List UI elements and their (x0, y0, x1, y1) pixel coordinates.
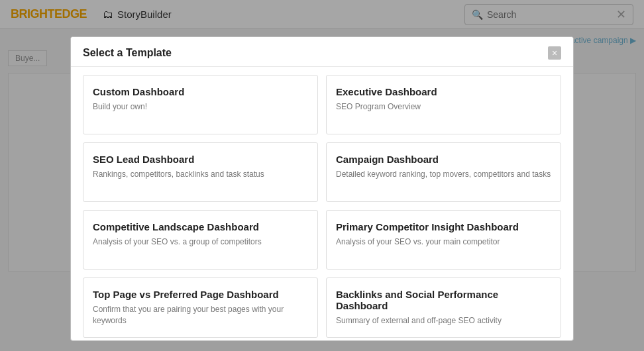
template-card-title: Executive Dashboard (336, 86, 551, 97)
modal-header: Select a Template × (71, 37, 573, 67)
template-card[interactable]: SEO Lead DashboardRankings, competitors,… (83, 142, 318, 202)
template-card-description: Detailed keyword ranking, top movers, co… (336, 169, 551, 180)
modal-close-button[interactable]: × (548, 46, 561, 60)
template-card-title: Backlinks and Social Performance Dashboa… (336, 289, 551, 311)
template-card-description: Confirm that you are pairing your best p… (93, 304, 308, 326)
template-grid: Custom DashboardBuild your own!Executive… (83, 75, 561, 338)
template-card[interactable]: Backlinks and Social Performance Dashboa… (326, 277, 561, 338)
template-card[interactable]: Campaign DashboardDetailed keyword ranki… (326, 142, 561, 202)
template-card-description: Rankings, competitors, backlinks and tas… (93, 169, 308, 180)
template-modal: Select a Template × Custom DashboardBuil… (70, 36, 574, 341)
template-card-description: Summary of external and off-page SEO act… (336, 315, 551, 326)
template-card-description: Analysis of your SEO vs. your main compe… (336, 236, 551, 248)
template-card[interactable]: Primary Competitor Insight DashboardAnal… (326, 210, 561, 270)
template-card-description: SEO Program Overview (336, 101, 551, 113)
modal-title: Select a Template (83, 47, 172, 59)
template-card-title: Competitive Landscape Dashboard (93, 221, 308, 232)
modal-body: Custom DashboardBuild your own!Executive… (71, 67, 573, 340)
template-card-description: Build your own! (93, 101, 308, 113)
template-card-description: Analysis of your SEO vs. a group of comp… (93, 236, 308, 248)
template-card-title: Custom Dashboard (93, 86, 308, 97)
template-card-title: Primary Competitor Insight Dashboard (336, 221, 551, 232)
template-card-title: SEO Lead Dashboard (93, 154, 308, 165)
template-card[interactable]: Top Page vs Preferred Page DashboardConf… (83, 277, 318, 338)
template-card[interactable]: Custom DashboardBuild your own! (83, 75, 318, 134)
modal-overlay: Select a Template × Custom DashboardBuil… (0, 0, 644, 351)
template-card[interactable]: Competitive Landscape DashboardAnalysis … (83, 210, 318, 270)
template-card-title: Campaign Dashboard (336, 154, 551, 165)
template-card[interactable]: Executive DashboardSEO Program Overview (326, 75, 561, 134)
template-card-title: Top Page vs Preferred Page Dashboard (93, 289, 308, 300)
